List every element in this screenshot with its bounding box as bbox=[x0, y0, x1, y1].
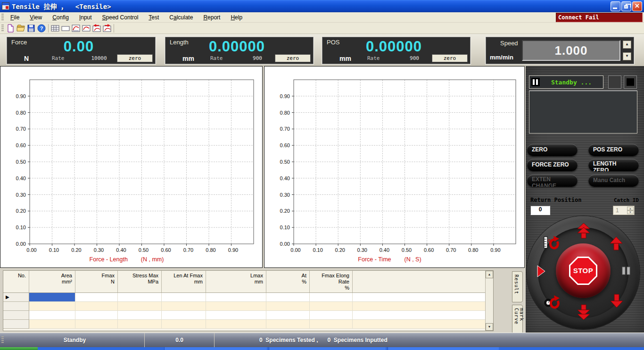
fast-up-button[interactable] bbox=[576, 223, 591, 242]
table-cell-filler[interactable] bbox=[353, 293, 493, 302]
menu-help[interactable]: Help bbox=[225, 13, 248, 22]
table-cell[interactable] bbox=[266, 311, 310, 320]
table-cell[interactable] bbox=[162, 320, 206, 329]
curve-next-icon[interactable] bbox=[102, 23, 112, 33]
table-cell[interactable] bbox=[29, 302, 75, 311]
speed-increase-button[interactable]: ▲ bbox=[623, 41, 631, 49]
toolbar-grip[interactable] bbox=[1, 25, 4, 32]
length-return-button[interactable] bbox=[543, 235, 560, 252]
exten-change-button[interactable]: EXTEN CHANGE bbox=[527, 175, 578, 187]
indicator-box[interactable] bbox=[608, 75, 621, 89]
row-header[interactable] bbox=[3, 320, 29, 329]
fast-down-button[interactable] bbox=[576, 303, 591, 322]
row-header[interactable] bbox=[3, 311, 29, 320]
menu-calculate[interactable]: Calculate bbox=[164, 13, 198, 22]
table-cell[interactable] bbox=[118, 302, 162, 311]
catch-id-down-button[interactable]: ▼ bbox=[627, 210, 634, 214]
curve-small-icon[interactable] bbox=[81, 23, 91, 33]
taskbar-item[interactable] bbox=[388, 347, 499, 350]
force-panel: Force 0.00 N Rate 10000 zero bbox=[7, 37, 156, 64]
table-cell[interactable] bbox=[310, 302, 353, 311]
table-cell[interactable] bbox=[310, 293, 353, 302]
table-cell[interactable] bbox=[29, 320, 75, 329]
row-header[interactable] bbox=[3, 302, 29, 311]
menu-input[interactable]: Input bbox=[74, 13, 97, 22]
table-cell[interactable] bbox=[75, 293, 118, 302]
table-cell[interactable] bbox=[266, 302, 310, 311]
table-cell-filler[interactable] bbox=[353, 320, 493, 329]
taskbar-item[interactable] bbox=[269, 347, 386, 350]
start-button-edge[interactable] bbox=[0, 347, 38, 350]
table-cell[interactable] bbox=[75, 311, 118, 320]
help-icon[interactable]: ? bbox=[36, 23, 47, 33]
table-cell-filler[interactable] bbox=[353, 311, 493, 320]
data-table-icon[interactable] bbox=[50, 23, 60, 33]
table-cell[interactable] bbox=[118, 311, 162, 320]
gauge-return-button[interactable] bbox=[544, 294, 561, 311]
speed-decrease-button[interactable]: ▼ bbox=[623, 52, 631, 60]
close-button[interactable]: ✕ bbox=[632, 1, 642, 11]
table-cell[interactable] bbox=[29, 293, 75, 302]
pos-panel: POS 0.00000 mm Rate 900 zero bbox=[322, 37, 471, 64]
table-cell[interactable] bbox=[75, 302, 118, 311]
save-file-icon[interactable] bbox=[26, 23, 36, 33]
pos-zero-button[interactable]: zero bbox=[432, 54, 468, 62]
up-button[interactable] bbox=[610, 237, 623, 253]
table-cell[interactable] bbox=[118, 320, 162, 329]
menu-speed-control[interactable]: Speed Control bbox=[97, 13, 144, 22]
column-header-no-: No. bbox=[3, 271, 29, 292]
scroll-up-button[interactable]: ▲ bbox=[486, 271, 493, 278]
speed-value-box[interactable]: 1.000 bbox=[522, 40, 620, 61]
scroll-down-button[interactable]: ▼ bbox=[486, 323, 493, 331]
blank-report-icon[interactable] bbox=[60, 23, 71, 33]
catch-id-up-button[interactable]: ▲ bbox=[627, 207, 634, 210]
table-cell[interactable] bbox=[266, 293, 310, 302]
return-position-input[interactable]: 0 bbox=[530, 206, 550, 215]
pos-zero-button[interactable]: POS ZERO bbox=[588, 144, 639, 156]
menu-test[interactable]: Test bbox=[143, 13, 164, 22]
table-cell[interactable] bbox=[206, 302, 266, 311]
stop-dome-button[interactable]: STOP bbox=[556, 243, 611, 298]
force-zero-button[interactable]: zero bbox=[117, 54, 153, 62]
table-cell[interactable] bbox=[266, 320, 310, 329]
table-cell-filler[interactable] bbox=[353, 302, 493, 311]
table-cell[interactable] bbox=[162, 311, 206, 320]
table-cell[interactable] bbox=[206, 293, 266, 302]
table-cell[interactable] bbox=[206, 311, 266, 320]
table-cell[interactable] bbox=[162, 293, 206, 302]
table-cell[interactable] bbox=[29, 311, 75, 320]
length-zero-button[interactable]: LENGTH ZERO bbox=[588, 159, 639, 171]
svg-text:0.30: 0.30 bbox=[280, 192, 290, 198]
results-scrollbar[interactable]: ▲ ▼ bbox=[485, 271, 493, 331]
svg-text:0.80: 0.80 bbox=[206, 247, 215, 253]
pause-right-icon[interactable] bbox=[621, 267, 632, 277]
down-button[interactable] bbox=[610, 293, 623, 309]
force-zero-button[interactable]: FORCE ZERO bbox=[527, 159, 578, 171]
menu-grip[interactable] bbox=[1, 14, 4, 21]
table-cell[interactable] bbox=[206, 320, 266, 329]
run-left-button[interactable] bbox=[536, 265, 546, 279]
menu-view[interactable]: View bbox=[25, 13, 47, 22]
minimize-button[interactable] bbox=[611, 1, 620, 11]
menu-config[interactable]: Config bbox=[47, 13, 74, 22]
stop-indicator-box[interactable] bbox=[624, 75, 637, 89]
table-cell[interactable] bbox=[162, 302, 206, 311]
row-header[interactable]: ▶ bbox=[3, 293, 29, 302]
length-zero-button[interactable]: zero bbox=[275, 54, 311, 62]
zero-button[interactable]: ZERO bbox=[527, 144, 578, 156]
manu-catch-button[interactable]: Manu Catch bbox=[588, 175, 639, 187]
table-cell[interactable] bbox=[310, 311, 353, 320]
column-header-area: Areamm² bbox=[29, 271, 75, 292]
open-file-icon[interactable] bbox=[16, 23, 26, 33]
table-cell[interactable] bbox=[75, 320, 118, 329]
restore-button[interactable] bbox=[621, 1, 631, 11]
table-cell[interactable] bbox=[118, 293, 162, 302]
taskbar-item[interactable] bbox=[164, 347, 267, 350]
menu-file[interactable]: File bbox=[5, 13, 25, 22]
curve-prev-icon[interactable] bbox=[91, 23, 102, 33]
table-cell[interactable] bbox=[310, 320, 353, 329]
menu-report[interactable]: Report bbox=[198, 13, 225, 22]
curve-view-icon[interactable] bbox=[71, 23, 81, 33]
new-file-icon[interactable] bbox=[5, 23, 16, 33]
tab-result[interactable]: Result bbox=[512, 271, 523, 302]
